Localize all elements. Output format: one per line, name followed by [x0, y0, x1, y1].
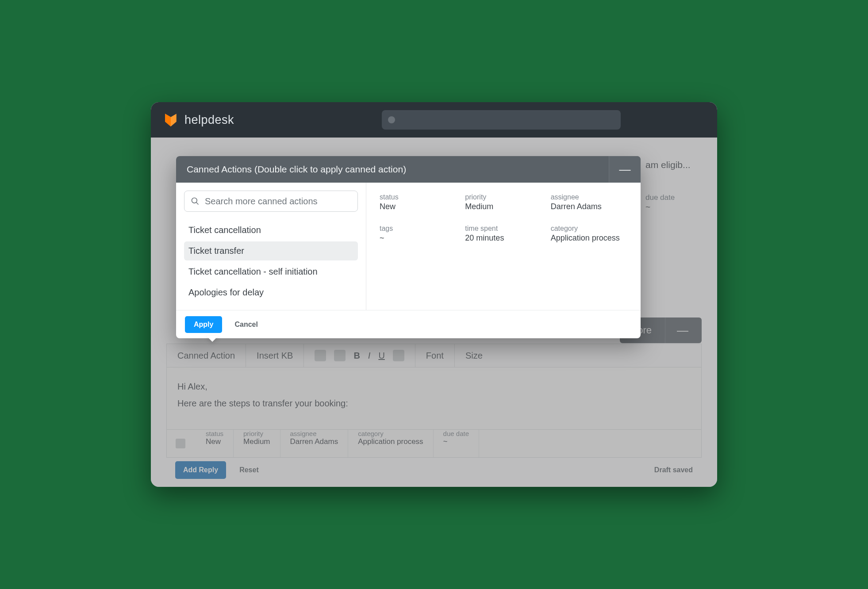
modal-footer: Apply Cancel — [176, 310, 641, 338]
meta-value: Medium — [243, 437, 270, 446]
meta-label: priority — [243, 430, 270, 437]
logo-icon — [163, 112, 178, 127]
size-selector[interactable]: Size — [455, 344, 493, 367]
modal-left-pane: Search more canned actions Ticket cancel… — [176, 183, 366, 310]
modal-title: Canned Actions (Double click to apply ca… — [187, 164, 406, 175]
titlebar: helpdesk — [151, 102, 717, 138]
canned-action-item[interactable]: Ticket cancellation — [184, 221, 358, 240]
editor-footer: Add Reply Reset Draft saved — [175, 461, 693, 479]
global-search[interactable] — [382, 110, 621, 130]
preview-field: time spent20 minutes — [465, 225, 542, 243]
meta-column: categoryApplication process — [348, 430, 433, 457]
canned-search-placeholder: Search more canned actions — [205, 196, 318, 207]
insert-kb-button[interactable]: Insert KB — [246, 344, 304, 367]
modal-header: Canned Actions (Double click to apply ca… — [176, 156, 641, 183]
format-placeholder-icon[interactable] — [315, 350, 326, 361]
preview-field: assigneeDarren Adams — [551, 193, 627, 211]
canned-action-item[interactable]: Ticket transfer — [184, 241, 358, 260]
bold-button[interactable]: B — [353, 351, 360, 361]
meta-label: due date — [443, 430, 469, 437]
preview-label: tags — [380, 225, 456, 233]
preview-field: priorityMedium — [465, 193, 542, 211]
svg-line-1 — [196, 203, 199, 205]
preview-value: ~ — [380, 233, 456, 243]
reply-meta-row: statusNewpriorityMediumassigneeDarren Ad… — [166, 429, 702, 458]
editor-line: Here are the steps to transfer your book… — [177, 395, 691, 412]
canned-actions-modal: Canned Actions (Double click to apply ca… — [176, 156, 641, 338]
meta-column: assigneeDarren Adams — [280, 430, 349, 457]
reply-editor[interactable]: Hi Alex, Here are the steps to transfer … — [166, 367, 702, 429]
canned-search-input[interactable]: Search more canned actions — [184, 191, 358, 212]
preview-value: New — [380, 202, 456, 211]
svg-point-0 — [192, 198, 197, 203]
preview-value: Darren Adams — [551, 202, 627, 211]
preview-label: assignee — [551, 193, 627, 201]
format-placeholder-icon[interactable] — [334, 350, 346, 361]
meta-label: assignee — [290, 430, 338, 437]
format-placeholder-icon[interactable] — [393, 350, 404, 361]
modal-preview-pane: statusNewpriorityMediumassigneeDarren Ad… — [366, 183, 641, 310]
preview-field: categoryApplication process — [551, 225, 627, 243]
preview-field: statusNew — [380, 193, 456, 211]
modal-pointer-icon — [206, 336, 219, 342]
meta-value: New — [206, 437, 223, 446]
collapse-icon[interactable]: — — [665, 317, 692, 343]
meta-value: Application process — [358, 437, 423, 446]
canned-action-item[interactable]: Apologies for delay — [184, 283, 358, 302]
preview-field: tags~ — [380, 225, 456, 243]
ticket-title-fragment: am eligib... due date ~ — [645, 160, 703, 212]
italic-button[interactable]: I — [368, 351, 371, 361]
cancel-button[interactable]: Cancel — [234, 321, 257, 329]
meta-checkbox[interactable] — [176, 439, 185, 448]
preview-value: Medium — [465, 202, 542, 211]
meta-column: due date~ — [434, 430, 479, 457]
app-title: helpdesk — [184, 113, 234, 127]
search-icon — [191, 197, 200, 206]
editor-line: Hi Alex, — [177, 378, 691, 395]
apply-button[interactable]: Apply — [185, 316, 222, 333]
preview-value: Application process — [551, 233, 627, 243]
meta-value: ~ — [443, 437, 469, 446]
format-group-1: B I U — [304, 344, 415, 367]
add-reply-button[interactable]: Add Reply — [175, 461, 226, 479]
preview-label: priority — [465, 193, 542, 201]
preview-label: time spent — [465, 225, 542, 233]
preview-label: category — [551, 225, 627, 233]
underline-button[interactable]: U — [378, 351, 384, 361]
app-window: helpdesk am eligib... due date ~ More — … — [151, 102, 717, 487]
preview-value: 20 minutes — [465, 233, 542, 243]
canned-action-item[interactable]: Ticket cancellation - self initiation — [184, 262, 358, 281]
meta-column: priorityMedium — [234, 430, 280, 457]
draft-status: Draft saved — [654, 466, 693, 474]
font-selector[interactable]: Font — [415, 344, 455, 367]
reset-button[interactable]: Reset — [239, 466, 259, 474]
search-cursor-icon — [388, 116, 395, 123]
meta-label: category — [358, 430, 423, 437]
preview-label: status — [380, 193, 456, 201]
editor-toolbar: Canned Action Insert KB B I U Font Size — [166, 344, 702, 367]
canned-action-list: Ticket cancellationTicket transferTicket… — [184, 221, 358, 302]
meta-column: statusNew — [196, 430, 234, 457]
minimize-button[interactable]: — — [609, 156, 641, 183]
meta-value: Darren Adams — [290, 437, 338, 446]
canned-action-button[interactable]: Canned Action — [167, 344, 246, 367]
meta-label: status — [206, 430, 223, 437]
